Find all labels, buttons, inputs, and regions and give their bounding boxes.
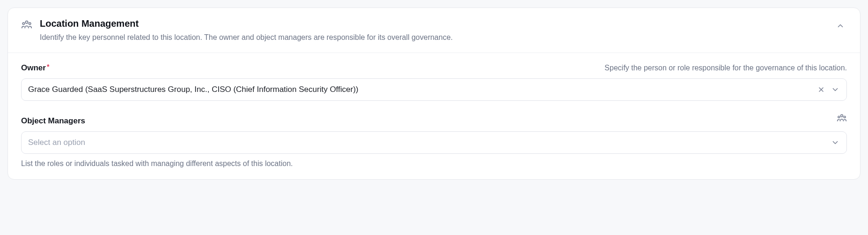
svg-point-2 xyxy=(29,23,31,24)
svg-point-5 xyxy=(841,114,843,117)
svg-point-0 xyxy=(25,21,28,23)
owner-select-value: Grace Guarded (SaaS Superstructures Grou… xyxy=(28,85,811,94)
object-managers-select-actions xyxy=(831,138,840,147)
panel-subtitle: Identify the key personnel related to th… xyxy=(40,32,828,43)
panel-header-text: Location Management Identify the key per… xyxy=(40,18,828,43)
owner-label: Owner * xyxy=(21,63,49,73)
object-managers-select[interactable]: Select an option xyxy=(21,131,847,154)
owner-select[interactable]: Grace Guarded (SaaS Superstructures Grou… xyxy=(21,78,847,101)
owner-label-text: Owner xyxy=(21,63,46,73)
svg-point-6 xyxy=(838,116,840,118)
chevron-down-icon xyxy=(831,85,840,94)
object-managers-label: Object Managers xyxy=(21,116,85,126)
people-icon xyxy=(21,19,32,30)
owner-hint: Specify the person or role responsible f… xyxy=(57,64,847,72)
panel-header: Location Management Identify the key per… xyxy=(8,8,860,53)
chevron-up-icon xyxy=(836,22,845,30)
svg-point-1 xyxy=(22,23,24,24)
object-managers-hint: List the roles or individuals tasked wit… xyxy=(21,159,847,168)
owner-select-actions xyxy=(817,85,840,94)
chevron-down-icon xyxy=(831,138,840,147)
owner-field-header: Owner * Specify the person or role respo… xyxy=(21,63,847,73)
object-managers-field: Object Managers Select an option xyxy=(21,113,847,168)
svg-point-7 xyxy=(844,116,846,118)
object-managers-label-text: Object Managers xyxy=(21,116,85,126)
clear-button[interactable] xyxy=(817,85,826,94)
close-icon xyxy=(817,86,825,93)
required-indicator: * xyxy=(47,63,49,70)
people-icon xyxy=(837,113,847,123)
object-managers-placeholder: Select an option xyxy=(28,138,825,147)
panel-body: Owner * Specify the person or role respo… xyxy=(8,53,860,179)
collapse-toggle[interactable] xyxy=(834,19,847,32)
panel-title: Location Management xyxy=(40,18,828,29)
object-managers-field-header: Object Managers xyxy=(21,113,847,126)
owner-field: Owner * Specify the person or role respo… xyxy=(21,63,847,101)
location-management-panel: Location Management Identify the key per… xyxy=(7,8,861,180)
